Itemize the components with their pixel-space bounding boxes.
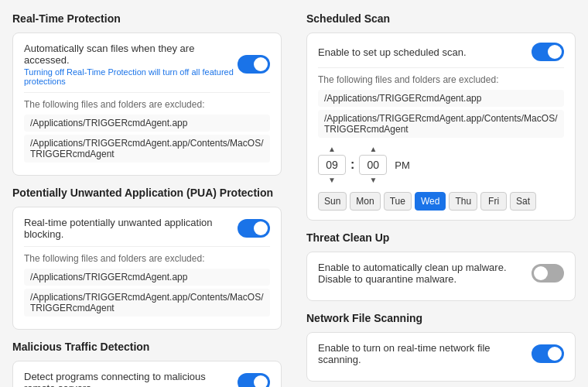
pua-path-1: /Applications/TRIGGERcmdAgent.app (24, 269, 270, 286)
left-column: Real-Time Protection Automatically scan … (0, 0, 294, 387)
realtime-path-1: /Applications/TRIGGERcmdAgent.app (24, 115, 270, 132)
day-wed[interactable]: Wed (415, 192, 446, 211)
day-sat[interactable]: Sat (510, 192, 536, 211)
scheduled-excluded-label: The following files and folders are excl… (318, 67, 564, 85)
realtime-toggle-row: Automatically scan files when they are a… (24, 43, 270, 86)
malicious-toggle[interactable] (238, 373, 270, 387)
section-title-threat: Threat Clean Up (306, 231, 576, 244)
realtime-toggle-slider (238, 55, 270, 74)
network-description: Enable to turn on real-time network file… (318, 342, 532, 365)
scheduled-toggle-slider (532, 43, 564, 61)
day-sun[interactable]: Sun (318, 192, 347, 211)
scheduled-path-1: /Applications/TRIGGERcmdAgent.app (318, 90, 564, 107)
pua-excluded-label: The following files and folders are excl… (24, 246, 270, 264)
realtime-excluded-label: The following files and folders are excl… (24, 92, 270, 110)
section-title-pua: Potentially Unwanted Application (PUA) P… (12, 187, 282, 199)
network-scanning-card: Enable to turn on real-time network file… (306, 332, 576, 382)
threat-toggle[interactable] (532, 264, 564, 283)
section-title-malicious: Malicious Traffic Detection (12, 341, 282, 353)
minute-value: 00 (359, 155, 387, 175)
time-colon: : (349, 158, 356, 172)
day-tue[interactable]: Tue (384, 192, 412, 211)
hour-up-button[interactable]: ▲ (325, 144, 339, 155)
threat-cleanup-card: Enable to automatically clean up malware… (306, 252, 576, 301)
pua-toggle-row: Real-time potentially unwanted applicati… (24, 217, 270, 240)
realtime-warning: Turning off Real-Time Protection will tu… (24, 67, 238, 86)
minute-spinner: ▲ 00 ▼ (359, 144, 387, 186)
day-thu[interactable]: Thu (449, 192, 477, 211)
day-row: Sun Mon Tue Wed Thu Fri Sat (318, 192, 564, 211)
section-title-network: Network File Scanning (306, 312, 576, 324)
hour-value: 09 (318, 155, 346, 175)
realtime-description: Automatically scan files when they are a… (24, 43, 238, 66)
network-toggle[interactable] (532, 344, 564, 363)
pua-toggle-slider (238, 219, 270, 238)
threat-toggle-row: Enable to automatically clean up malware… (318, 262, 564, 285)
time-picker: ▲ 09 ▼ : ▲ 00 ▼ PM (318, 144, 564, 186)
malicious-toggle-slider (238, 373, 270, 387)
scheduled-toggle-row: Enable to set up scheduled scan. (318, 43, 564, 61)
network-toggle-slider (532, 344, 564, 363)
pua-toggle[interactable] (238, 219, 270, 238)
day-mon[interactable]: Mon (350, 192, 380, 211)
day-fri[interactable]: Fri (480, 192, 507, 211)
hour-spinner: ▲ 09 ▼ (318, 144, 346, 186)
pua-description: Real-time potentially unwanted applicati… (24, 217, 238, 240)
scheduled-description: Enable to set up scheduled scan. (318, 46, 532, 58)
realtime-toggle[interactable] (238, 55, 270, 74)
malicious-traffic-card: Detect programs connecting to malicious … (12, 361, 282, 387)
realtime-path-2: /Applications/TRIGGERcmdAgent.app/Conten… (24, 135, 270, 163)
network-toggle-row: Enable to turn on real-time network file… (318, 342, 564, 365)
section-title-scheduled: Scheduled Scan (306, 12, 576, 25)
section-title-realtime: Real-Time Protection (12, 12, 282, 25)
right-column: Scheduled Scan Enable to set up schedule… (294, 0, 588, 387)
scheduled-toggle[interactable] (532, 43, 564, 61)
realtime-protection-card: Automatically scan files when they are a… (12, 33, 282, 176)
malicious-description: Detect programs connecting to malicious … (24, 371, 238, 387)
malicious-toggle-row: Detect programs connecting to malicious … (24, 371, 270, 387)
threat-description: Enable to automatically clean up malware… (318, 262, 532, 285)
ampm-value: PM (390, 159, 415, 171)
threat-toggle-slider (532, 264, 564, 283)
scheduled-scan-card: Enable to set up scheduled scan. The fol… (306, 33, 576, 221)
pua-protection-card: Real-time potentially unwanted applicati… (12, 207, 282, 330)
hour-down-button[interactable]: ▼ (325, 175, 339, 186)
minute-up-button[interactable]: ▲ (366, 144, 380, 155)
scheduled-path-2: /Applications/TRIGGERcmdAgent.app/Conten… (318, 110, 564, 138)
minute-down-button[interactable]: ▼ (366, 175, 380, 186)
pua-path-2: /Applications/TRIGGERcmdAgent.app/Conten… (24, 289, 270, 317)
